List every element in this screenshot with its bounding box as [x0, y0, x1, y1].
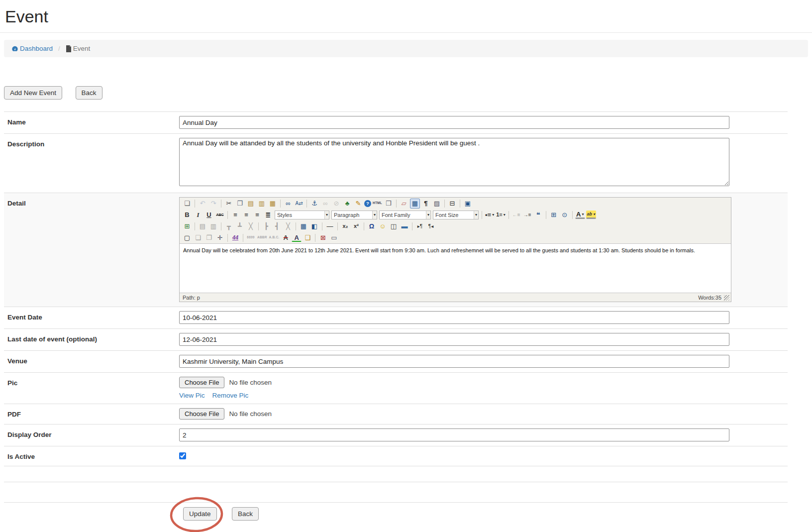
style-props-icon[interactable]: 44 [230, 233, 240, 243]
split-cells-icon[interactable]: ▦ [299, 221, 308, 231]
editor-content[interactable]: Annual Day will be celebrated from 20th … [180, 243, 731, 293]
is-active-checkbox[interactable] [179, 452, 186, 459]
toolbar-separator [337, 222, 338, 230]
show-blocks-icon[interactable]: ¶ [421, 199, 431, 209]
table-edit-icon[interactable]: ⊞ [182, 221, 192, 231]
cite-icon[interactable]: 6699 [246, 233, 256, 243]
strikethrough-icon[interactable]: ABC [215, 210, 225, 220]
italic-icon[interactable]: I [193, 210, 203, 220]
indent-icon[interactable]: →≡ [522, 210, 532, 220]
attributes-icon[interactable]: ❑ [303, 233, 312, 243]
toolbar-separator [195, 200, 195, 208]
find-icon[interactable]: ∞ [283, 199, 293, 209]
insert-layer-icon[interactable]: ▢ [182, 233, 192, 243]
venue-input[interactable] [179, 355, 729, 368]
subscript-icon[interactable]: x₂ [340, 221, 350, 231]
print-icon[interactable]: ⊟ [447, 199, 457, 209]
paste-from-word-icon[interactable]: ▦ [268, 199, 278, 209]
delete-row-icon[interactable]: ╳ [246, 221, 256, 231]
blockquote-icon[interactable]: ❝ [533, 210, 543, 220]
font-size-select[interactable]: Font Size▾ [433, 211, 479, 219]
undo-icon[interactable]: ↶ [198, 199, 207, 209]
insert-date-icon[interactable]: ⊞ [549, 210, 559, 220]
page-preview-icon[interactable]: ▨ [432, 199, 442, 209]
bold-icon[interactable]: B [182, 210, 192, 220]
last-date-input[interactable] [179, 333, 729, 346]
align-right-icon[interactable]: ≡ [252, 210, 262, 220]
editor-toolbar-row-1: ❏↶↷✂❐▤▥▦∞A⇄⚓∞⊘♣✎?HTML❒▱▦¶▨⊟▣ [180, 198, 731, 209]
cleanup-icon[interactable]: ✎ [353, 199, 363, 209]
outdent-icon[interactable]: ←≡ [511, 210, 521, 220]
help-icon[interactable]: ? [364, 200, 371, 207]
pic-choose-file-button[interactable]: Choose File [179, 377, 224, 388]
image-icon[interactable]: ♣ [342, 199, 352, 209]
deletion-icon[interactable]: A [281, 233, 291, 243]
anchor-icon[interactable]: ⚓ [309, 199, 319, 209]
emoticons-icon[interactable]: ☺ [378, 221, 388, 231]
nonbreaking-icon[interactable]: ⊠ [318, 233, 328, 243]
copy-icon[interactable]: ❐ [235, 199, 245, 209]
new-document-icon[interactable]: ❏ [182, 199, 192, 209]
visual-aid-icon[interactable]: ▦ [410, 199, 420, 209]
align-justify-icon[interactable]: ≣ [263, 210, 273, 220]
preview-doc-icon[interactable]: ❒ [384, 199, 394, 209]
link-icon[interactable]: ∞ [320, 199, 330, 209]
horizontal-rule-icon[interactable]: — [325, 221, 335, 231]
rtl-icon[interactable]: ¶◂ [426, 221, 436, 231]
text-color-icon[interactable]: A▾ [575, 211, 585, 219]
unlink-icon[interactable]: ⊘ [331, 199, 341, 209]
merge-cells-icon[interactable]: ◧ [309, 221, 319, 231]
absolute-position-icon[interactable]: ✛ [215, 233, 225, 243]
cell-properties-icon[interactable]: ▥ [208, 221, 218, 231]
insert-row-before-icon[interactable]: ┳ [224, 221, 234, 231]
move-backward-icon[interactable]: ❐ [204, 233, 214, 243]
update-button[interactable]: Update [183, 507, 217, 521]
media-icon[interactable]: ◫ [389, 221, 399, 231]
back-button-bottom[interactable]: Back [232, 507, 259, 521]
acronym-icon[interactable]: A.B.C. [269, 233, 280, 243]
pagebreak-icon[interactable]: ▭ [329, 233, 339, 243]
event-date-input[interactable] [179, 311, 729, 324]
pdf-choose-file-button[interactable]: Choose File [179, 408, 224, 420]
ltr-icon[interactable]: ▸¶ [415, 221, 425, 231]
move-forward-icon[interactable]: ❏ [193, 233, 203, 243]
redo-icon[interactable]: ↷ [208, 199, 218, 209]
insert-col-after-icon[interactable]: ┫ [272, 221, 282, 231]
fullscreen-icon[interactable]: ▣ [463, 199, 473, 209]
insert-row-after-icon[interactable]: ┻ [235, 221, 245, 231]
insertion-icon[interactable]: A [292, 233, 302, 242]
highlight-color-icon[interactable]: ab▾ [586, 211, 596, 219]
font-family-select[interactable]: Font Family▾ [379, 211, 431, 219]
insert-time-icon[interactable]: ⊙ [560, 210, 570, 220]
bullet-list-icon[interactable]: •≡▾ [485, 210, 495, 220]
remove-format-icon[interactable]: ▱ [399, 199, 409, 209]
editor-resize-grip[interactable] [724, 295, 729, 301]
back-button-top[interactable]: Back [76, 86, 102, 100]
html-source-icon[interactable]: HTML [372, 199, 383, 209]
numbered-list-icon[interactable]: 1≡▾ [496, 210, 506, 220]
breadcrumb-dashboard-link[interactable]: Dashboard [11, 45, 53, 52]
find-replace-icon[interactable]: A⇄ [294, 199, 304, 209]
align-left-icon[interactable]: ≡ [230, 210, 240, 220]
styles-select[interactable]: Styles▾ [275, 211, 329, 219]
description-textarea[interactable]: Annual Day will be attanded by all the s… [179, 138, 729, 186]
paste-icon[interactable]: ▤ [246, 199, 256, 209]
view-pic-link[interactable]: View Pic [179, 392, 205, 399]
align-center-icon[interactable]: ≡ [241, 210, 251, 220]
insert-col-before-icon[interactable]: ┣ [261, 221, 271, 231]
paste-as-text-icon[interactable]: ▥ [257, 199, 267, 209]
cut-icon[interactable]: ✂ [224, 199, 234, 209]
remove-pic-link[interactable]: Remove Pic [212, 392, 249, 399]
charmap-icon[interactable]: Ω [367, 221, 377, 231]
advanced-hr-icon[interactable]: ▬ [400, 221, 409, 231]
row-properties-icon[interactable]: ▤ [198, 221, 207, 231]
underline-icon[interactable]: U [204, 210, 214, 220]
abbreviation-icon[interactable]: ABBR [257, 233, 268, 243]
add-new-event-button[interactable]: Add New Event [4, 86, 62, 100]
superscript-icon[interactable]: x² [351, 221, 361, 231]
display-order-input[interactable] [179, 428, 729, 441]
delete-col-icon[interactable]: ╳ [283, 221, 293, 231]
breadcrumb-separator: / [56, 45, 62, 52]
paragraph-select[interactable]: Paragraph▾ [331, 211, 377, 219]
name-input[interactable] [179, 116, 729, 129]
